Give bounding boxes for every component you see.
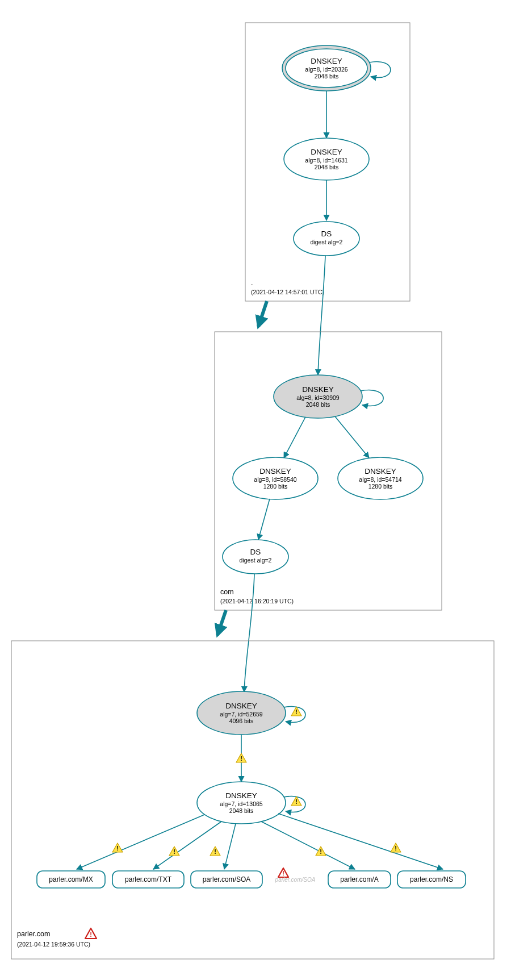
edge-com-ds-parler-ksk (244, 574, 254, 692)
rrset-a: parler.com/A (328, 871, 391, 888)
svg-text:!: ! (90, 931, 92, 938)
svg-text:2048 bits: 2048 bits (315, 73, 339, 80)
edge-com-ksk-zsk1 (284, 417, 305, 458)
svg-text:DNSKEY: DNSKEY (311, 148, 342, 156)
svg-text:DNSKEY: DNSKEY (365, 467, 396, 476)
node-com-zsk2: DNSKEY alg=8, id=54714 1280 bits (338, 457, 423, 499)
node-root-ds: DS digest alg=2 (294, 222, 359, 256)
svg-text:parler.com/NS: parler.com/NS (410, 875, 453, 883)
rrset-txt: parler.com/TXT (112, 871, 184, 888)
svg-text:alg=7, id=52659: alg=7, id=52659 (220, 711, 262, 718)
zone-parler-label: parler.com (17, 930, 50, 938)
node-root-ksk: DNSKEY alg=8, id=20326 2048 bits (282, 45, 371, 91)
zone-com-time: (2021-04-12 16:20:19 UTC) (220, 598, 294, 604)
svg-text:2048 bits: 2048 bits (306, 401, 330, 408)
edge-com-zsk1-ds (258, 499, 270, 540)
svg-text:2048 bits: 2048 bits (315, 164, 339, 170)
edge-root-ksk-self (369, 62, 391, 78)
svg-text:!: ! (320, 848, 322, 855)
svg-text:digest alg=2: digest alg=2 (311, 239, 343, 245)
rrset-mx: parler.com/MX (37, 871, 105, 888)
zone-com-label: com (220, 588, 234, 596)
edge-delegation-root-com (258, 301, 267, 327)
svg-text:4096 bits: 4096 bits (229, 718, 254, 724)
node-parler-ksk: DNSKEY alg=7, id=52659 4096 bits (197, 691, 286, 735)
edge-com-ksk-self (361, 390, 383, 406)
svg-text:alg=8, id=14631: alg=8, id=14631 (305, 157, 347, 164)
svg-text:alg=7, id=13065: alg=7, id=13065 (220, 800, 262, 807)
svg-text:DS: DS (250, 548, 261, 556)
warning-icon: ! (391, 843, 401, 852)
svg-text:DNSKEY: DNSKEY (311, 57, 342, 65)
svg-text:!: ! (173, 848, 175, 855)
svg-text:parler.com/MX: parler.com/MX (49, 875, 93, 883)
svg-text:!: ! (295, 798, 298, 805)
rrset-ns: parler.com/NS (397, 871, 466, 888)
svg-text:DNSKEY: DNSKEY (225, 702, 257, 710)
zone-parler: parler.com (2021-04-12 19:59:36 UTC) ! D… (11, 641, 494, 959)
edge-zsk-txt (153, 821, 221, 869)
svg-text:parler.com/SOA: parler.com/SOA (275, 877, 316, 883)
edge-delegation-com-parler (217, 610, 226, 635)
warning-icon: ! (316, 846, 326, 856)
svg-text:alg=8, id=20326: alg=8, id=20326 (305, 66, 347, 73)
svg-text:alg=8, id=30909: alg=8, id=30909 (296, 394, 339, 401)
warning-icon: ! (236, 753, 246, 762)
warning-icon: ! (210, 846, 220, 856)
svg-text:!: ! (395, 845, 397, 852)
svg-text:!: ! (240, 755, 242, 762)
svg-text:!: ! (282, 870, 284, 877)
edge-zsk-soa (224, 824, 236, 869)
zone-root-time: (2021-04-12 14:57:01 UTC) (251, 289, 324, 295)
svg-text:1280 bits: 1280 bits (263, 483, 288, 490)
svg-text:!: ! (295, 708, 298, 715)
svg-text:DS: DS (321, 230, 332, 238)
warning-icon: ! (112, 843, 123, 852)
error-icon: ! (85, 928, 97, 939)
rrset-soa-error: ! parler.com/SOA (275, 868, 316, 883)
svg-text:DNSKEY: DNSKEY (225, 791, 257, 800)
svg-text:parler.com/TXT: parler.com/TXT (125, 875, 172, 883)
node-com-zsk1: DNSKEY alg=8, id=58540 1280 bits (233, 457, 318, 499)
svg-text:digest alg=2: digest alg=2 (240, 557, 272, 564)
svg-text:!: ! (116, 845, 119, 852)
svg-text:alg=8, id=58540: alg=8, id=58540 (254, 476, 296, 483)
edge-com-ksk-zsk2 (335, 416, 369, 458)
dnssec-graph: . (2021-04-12 14:57:01 UTC) DNSKEY alg=8… (0, 0, 511, 980)
svg-text:alg=8, id=54714: alg=8, id=54714 (359, 476, 401, 483)
node-com-ksk: DNSKEY alg=8, id=30909 2048 bits (274, 375, 362, 418)
svg-text:!: ! (214, 848, 216, 855)
node-parler-zsk: DNSKEY alg=7, id=13065 2048 bits (197, 782, 286, 824)
zone-root-label: . (251, 279, 253, 287)
zone-com: com (2021-04-12 16:20:19 UTC) DNSKEY alg… (215, 332, 442, 610)
warning-icon: ! (169, 846, 179, 856)
edge-zsk-ns (278, 814, 443, 869)
zone-root: . (2021-04-12 14:57:01 UTC) DNSKEY alg=8… (245, 23, 410, 301)
svg-text:1280 bits: 1280 bits (368, 483, 393, 490)
zone-parler-time: (2021-04-12 19:59:36 UTC) (17, 941, 90, 948)
svg-text:DNSKEY: DNSKEY (302, 385, 334, 394)
svg-text:parler.com/SOA: parler.com/SOA (203, 875, 251, 883)
node-root-zsk: DNSKEY alg=8, id=14631 2048 bits (284, 138, 369, 180)
edge-root-ds-com-ksk (318, 256, 325, 375)
svg-text:2048 bits: 2048 bits (229, 807, 254, 814)
edge-zsk-mx (77, 815, 204, 869)
svg-text:parler.com/A: parler.com/A (340, 875, 378, 883)
svg-text:DNSKEY: DNSKEY (259, 467, 291, 476)
rrset-soa: parler.com/SOA (191, 871, 262, 888)
node-com-ds: DS digest alg=2 (223, 540, 288, 574)
edge-zsk-a (261, 821, 355, 869)
